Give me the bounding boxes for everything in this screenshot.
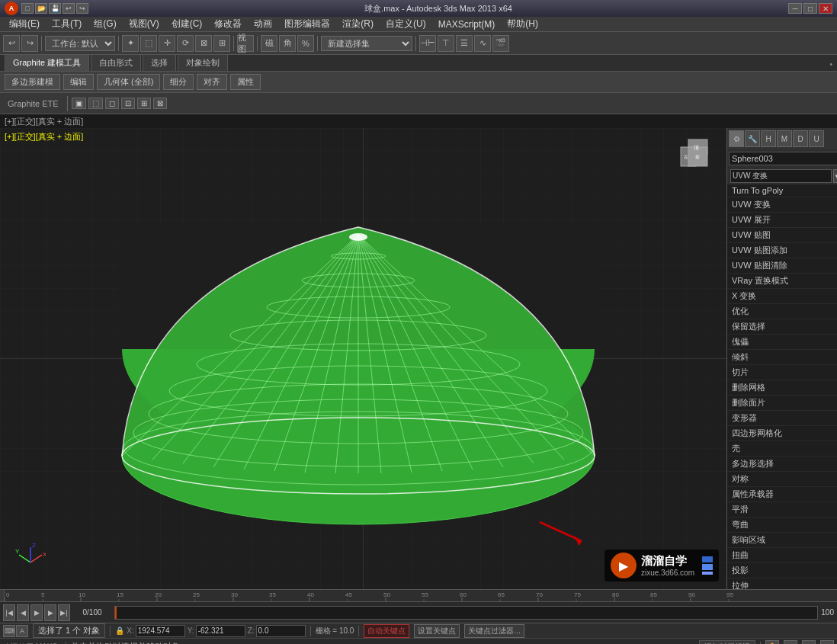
tb2-btn5[interactable]: ⊞ <box>137 98 151 109</box>
vp-nav-zoom-ext[interactable]: ⊡ <box>820 640 834 645</box>
ribbon-align[interactable]: 对齐 <box>197 74 227 90</box>
save-btn[interactable]: 💾 <box>49 3 61 14</box>
timeline-play[interactable]: ▶ <box>30 604 43 621</box>
ribbon-subdivide[interactable]: 细分 <box>163 74 194 90</box>
modifier-item-23[interactable]: 影响区域 <box>727 533 837 548</box>
setkey-btn[interactable]: 设置关键点 <box>414 624 460 638</box>
tb2-btn4[interactable]: ⊡ <box>121 98 135 109</box>
open-btn[interactable]: 📂 <box>35 3 47 14</box>
ribbon-tab-selection[interactable]: 选择 <box>143 54 176 71</box>
menu-edit[interactable]: 编辑(E) <box>3 16 46 32</box>
status-key-mode[interactable]: ⌨ <box>3 625 15 637</box>
modifier-item-5[interactable]: UVW 贴图清除 <box>727 258 837 274</box>
toolbar-snap[interactable]: 磁 <box>261 35 277 52</box>
toolbar-select[interactable]: ✦ <box>122 35 139 52</box>
rpanel-tab-display[interactable]: D <box>793 130 808 147</box>
viewport-3d[interactable]: [+][正交][真实 + 边面] 顶 左 前 <box>0 128 726 589</box>
ribbon-properties[interactable]: 属性 <box>230 74 261 90</box>
menu-create[interactable]: 创建(C) <box>165 16 209 32</box>
keyfilter-btn[interactable]: 关键点过滤器... <box>464 624 524 638</box>
rpanel-tab-modify[interactable]: 🔧 <box>745 130 760 147</box>
rpanel-tab-create[interactable]: ⚙ <box>729 130 744 147</box>
toolbar-render[interactable]: 🎬 <box>492 35 509 52</box>
ribbon-geometry-all[interactable]: 几何体 (全部) <box>97 74 160 90</box>
modifier-item-25[interactable]: 投影 <box>727 563 837 578</box>
modifier-item-26[interactable]: 拉伸 <box>727 578 837 589</box>
minimize-button[interactable]: ─ <box>788 3 802 14</box>
navigation-cube[interactable]: 顶 左 前 <box>677 136 719 178</box>
toolbar-rotate[interactable]: ⟳ <box>177 35 194 52</box>
undo-btn[interactable]: ↩ <box>63 3 75 14</box>
modifier-item-1[interactable]: UVW 变换 <box>727 197 837 213</box>
menu-animation[interactable]: 动画 <box>248 16 278 32</box>
vp-nav-orbit[interactable]: ⟳ <box>784 640 797 645</box>
maximize-button[interactable]: □ <box>803 3 817 14</box>
new-btn[interactable]: □ <box>21 3 34 14</box>
ribbon-edit[interactable]: 编辑 <box>63 74 94 90</box>
toolbar-align[interactable]: ⊤ <box>438 35 454 52</box>
workspace-dropdown[interactable]: 工作台: 默认 <box>45 36 115 51</box>
modifier-item-21[interactable]: 平滑 <box>727 502 837 517</box>
toolbar-mirror[interactable]: ⊣⊢ <box>419 35 436 52</box>
modifier-item-7[interactable]: X 变换 <box>727 289 837 304</box>
modifier-item-10[interactable]: 傀儡 <box>727 335 837 350</box>
add-time-tag-btn[interactable]: 添加时间标记 <box>699 640 755 645</box>
tb2-btn3[interactable]: ◻ <box>105 98 119 109</box>
modifier-item-15[interactable]: 变形器 <box>727 411 837 426</box>
tb2-btn6[interactable]: ⊠ <box>153 98 167 109</box>
toolbar-place[interactable]: ⊞ <box>213 35 230 52</box>
modifier-item-14[interactable]: 删除面片 <box>727 396 837 411</box>
modifier-item-4[interactable]: UVW 贴图添加 <box>727 243 837 258</box>
rpanel-tab-utilities[interactable]: U <box>809 130 824 147</box>
modifier-item-18[interactable]: 多边形选择 <box>727 457 837 472</box>
modifier-item-0[interactable]: Turn To gPoly <box>727 184 837 197</box>
modifier-item-16[interactable]: 四边形网格化 <box>727 426 837 441</box>
close-button[interactable]: ✕ <box>819 3 832 14</box>
vp-nav-zoom[interactable]: ⊕ <box>802 640 816 645</box>
rpanel-tab-hierarchy[interactable]: H <box>761 130 776 147</box>
toolbar-percent-snap[interactable]: % <box>297 35 314 52</box>
toolbar-layer[interactable]: ☰ <box>456 35 473 52</box>
modifier-item-19[interactable]: 对称 <box>727 472 837 487</box>
modifier-item-9[interactable]: 保留选择 <box>727 319 837 335</box>
ribbon-polygon-modeling[interactable]: 多边形建模 <box>5 74 60 90</box>
modifier-stack-input[interactable] <box>730 169 832 183</box>
modifier-item-24[interactable]: 扭曲 <box>727 548 837 563</box>
toolbar-region-select[interactable]: ⬚ <box>140 35 157 52</box>
timeline-prev-frame[interactable]: ◀ <box>17 604 29 621</box>
ribbon-tab-freeform[interactable]: 自由形式 <box>91 54 141 71</box>
menu-maxscript[interactable]: MAXScript(M) <box>432 18 502 31</box>
coord-z-input[interactable] <box>256 625 306 637</box>
modifier-item-13[interactable]: 删除网格 <box>727 380 837 396</box>
coord-x-input[interactable] <box>136 625 185 637</box>
toolbar-curve[interactable]: ∿ <box>474 35 491 52</box>
menu-view[interactable]: 视图(V) <box>123 16 165 32</box>
timeline-prev-key[interactable]: |◀ <box>3 604 15 621</box>
object-name-input[interactable] <box>729 152 837 165</box>
ribbon-tab-object-paint[interactable]: 对象绘制 <box>178 54 228 71</box>
modifier-item-12[interactable]: 切片 <box>727 365 837 380</box>
timeline-track[interactable] <box>114 606 818 620</box>
ribbon-tab-graphite[interactable]: Graphite 建模工具 <box>5 54 89 71</box>
modifier-item-6[interactable]: VRay 置换模式 <box>727 274 837 289</box>
menu-modifiers[interactable]: 修改器 <box>208 16 248 32</box>
redo-btn[interactable]: ↪ <box>76 3 88 14</box>
menu-graph-editors[interactable]: 图形编辑器 <box>278 16 336 32</box>
tb2-btn2[interactable]: ⬚ <box>88 98 103 109</box>
toolbar-undo[interactable]: ↩ <box>3 35 20 52</box>
toolbar-move[interactable]: ✛ <box>159 35 175 52</box>
timeline-next-frame[interactable]: ▶ <box>44 604 56 621</box>
coord-y-input[interactable] <box>196 625 245 637</box>
selection-set-dropdown[interactable]: 新建选择集 <box>321 36 412 51</box>
menu-tools[interactable]: 工具(T) <box>46 16 88 32</box>
status-animate-btn[interactable]: A <box>16 625 28 637</box>
toolbar-ref-coord[interactable]: 视图 <box>237 35 254 52</box>
toolbar-redo[interactable]: ↪ <box>21 35 38 52</box>
modifier-item-11[interactable]: 倾斜 <box>727 350 837 365</box>
modifier-item-22[interactable]: 弯曲 <box>727 517 837 533</box>
timeline-next-key[interactable]: ▶| <box>58 604 70 621</box>
modifier-item-2[interactable]: UVW 展开 <box>727 213 837 228</box>
modifier-item-20[interactable]: 属性承载器 <box>727 487 837 502</box>
menu-help[interactable]: 帮助(H) <box>501 16 544 32</box>
menu-render[interactable]: 渲染(R) <box>336 16 380 32</box>
